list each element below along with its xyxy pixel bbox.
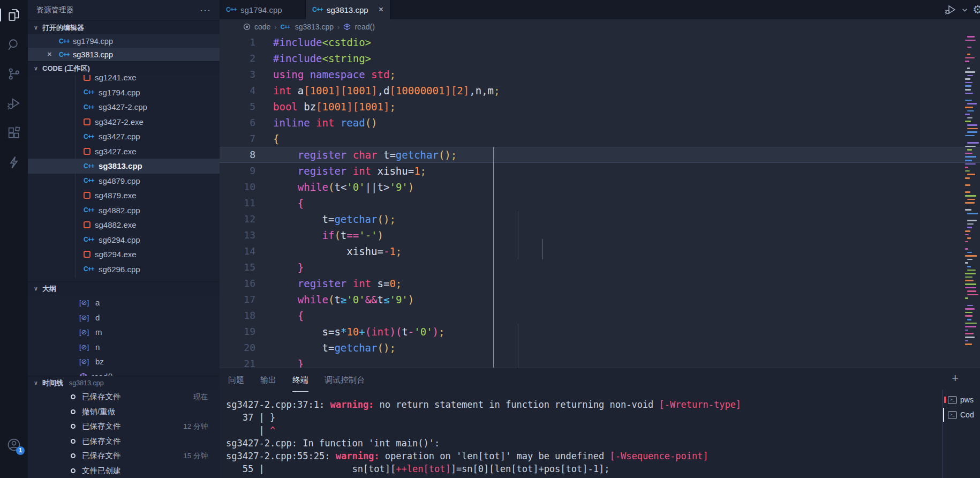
exe-file-icon (84, 75, 91, 81)
source-control-icon[interactable] (6, 66, 21, 81)
code-line: 20 t=getchar(); (220, 340, 980, 356)
code-line: 1#include<cstdio> (220, 34, 980, 50)
panel-tab-问题[interactable]: 问题 (228, 368, 244, 392)
section-workspace[interactable]: ∨ CODE (工作区) (28, 61, 220, 75)
more-actions-icon[interactable]: ··· (200, 8, 211, 13)
file-name: sg3427-2.exe (95, 117, 144, 126)
field-icon: [⊘] (79, 328, 91, 336)
new-terminal-plus-icon[interactable]: + (952, 371, 959, 385)
terminal-output[interactable]: sg3427-2.cpp:37:1: warning: no return st… (220, 392, 980, 475)
file-tree-item[interactable]: sg1241.exe (28, 75, 220, 85)
timeline-item[interactable]: 撤销/重做 (28, 405, 220, 420)
file-tree-item[interactable]: sg6294.exe (28, 247, 220, 262)
minimap-line (965, 202, 975, 204)
tab-sg3813[interactable]: C++ sg3813.cpp × (306, 0, 390, 19)
terminal-error-badge (944, 397, 946, 403)
file-tree-item[interactable]: C++sg1794.cpp (28, 85, 220, 100)
line-number[interactable]: 6 (220, 115, 273, 131)
line-number[interactable]: 17 (220, 292, 273, 308)
search-icon[interactable] (6, 37, 21, 52)
minimap-line (967, 174, 975, 175)
line-number[interactable]: 20 (220, 340, 273, 356)
breadcrumb-item-symbol[interactable]: read() (355, 23, 374, 31)
line-number[interactable]: 19 (220, 324, 273, 340)
minimap-line (967, 128, 978, 130)
outline-item[interactable]: [⊘]bz (28, 354, 220, 369)
line-number[interactable]: 12 (220, 211, 273, 227)
symbol-name: m (95, 327, 102, 337)
panel-tab-输出[interactable]: 输出 (260, 368, 276, 392)
extensions-icon[interactable] (6, 125, 21, 140)
minimap[interactable] (965, 36, 979, 357)
line-number[interactable]: 3 (220, 66, 273, 83)
chevron-down-icon: ∨ (32, 21, 40, 35)
line-number[interactable]: 18 (220, 308, 273, 324)
gear-icon[interactable]: ⚙ (973, 3, 980, 16)
line-number[interactable]: 9 (220, 163, 273, 179)
dropdown-chevron-icon[interactable] (961, 6, 968, 13)
section-timeline[interactable]: ∨ 时间线 sg3813.cpp (28, 376, 220, 390)
panel-tab-调试控制台[interactable]: 调试控制台 (325, 368, 365, 392)
run-debug-icon[interactable] (6, 96, 21, 111)
timeline-item[interactable]: 已保存文件15 分钟 (28, 449, 220, 464)
line-number[interactable]: 10 (220, 179, 273, 195)
line-number[interactable]: 4 (220, 83, 273, 99)
file-tree-item[interactable]: C++sg6294.cpp (28, 233, 220, 248)
file-tree-item[interactable]: C++sg6296.cpp (28, 262, 220, 277)
outline-item[interactable]: [⊘]m (28, 325, 220, 340)
code-line-text: int a[1001][1001],d[10000001][2],n,m; (273, 83, 500, 99)
section-open-editors[interactable]: ∨ 打开的编辑器 (28, 20, 220, 34)
section-outline[interactable]: ∨ 大纲 (28, 281, 220, 295)
line-number[interactable]: 1 (220, 34, 273, 50)
minimap-line (965, 93, 973, 94)
line-number[interactable]: 8 (220, 147, 273, 163)
line-number[interactable]: 14 (220, 243, 273, 259)
file-tree-item[interactable]: C++sg4882.cpp (28, 203, 220, 218)
file-tree-item[interactable]: sg4879.exe (28, 188, 220, 203)
debug-run-icon[interactable] (944, 3, 957, 16)
close-icon[interactable]: × (47, 49, 52, 58)
cpp-file-icon: C++ (84, 133, 94, 140)
panel-tab-终端[interactable]: 终端 (292, 368, 308, 392)
explorer-icon[interactable] (6, 8, 21, 23)
outline-item[interactable]: [⊘]d (28, 310, 220, 325)
breadcrumb-item-folder[interactable]: code (254, 23, 270, 31)
breadcrumb-item-file[interactable]: sg3813.cpp (295, 23, 334, 31)
line-number[interactable]: 15 (220, 259, 273, 275)
code-line-text: #include<string> (273, 50, 371, 66)
minimap-line (967, 227, 972, 228)
file-tree-item[interactable]: C++sg3427-2.cpp (28, 100, 220, 115)
terminal-icon: >_ (948, 411, 957, 419)
outline-item[interactable]: [⊘]n (28, 340, 220, 355)
line-number[interactable]: 7 (220, 131, 273, 147)
timeline-item[interactable]: 已保存文件现在 (28, 390, 220, 405)
line-number[interactable]: 21 (220, 356, 273, 368)
timeline-item[interactable]: 文件已创建 (28, 464, 220, 478)
outline-item[interactable]: [⊘]a (28, 295, 220, 310)
tools-icon[interactable] (6, 155, 21, 170)
file-tree-item[interactable]: sg3427-2.exe (28, 115, 220, 130)
line-number[interactable]: 13 (220, 227, 273, 243)
terminal-list-item[interactable]: >_ pws (943, 392, 980, 407)
file-tree-item[interactable]: C++sg3813.cpp (28, 159, 220, 174)
line-number[interactable]: 2 (220, 50, 273, 66)
field-icon: [⊘] (79, 298, 91, 307)
account-icon[interactable]: 1 (6, 437, 21, 452)
line-number[interactable]: 5 (220, 99, 273, 115)
line-number[interactable]: 16 (220, 275, 273, 292)
timeline-item[interactable]: 已保存文件12 分钟 (28, 419, 220, 434)
open-editor-item[interactable]: C++sg1794.cpp (28, 34, 220, 48)
timeline-item[interactable]: 已保存文件 (28, 434, 220, 449)
code-line: 3using namespace std; (220, 66, 980, 83)
outline-item[interactable]: read() (28, 369, 220, 376)
file-tree-item[interactable]: C++sg4879.cpp (28, 174, 220, 189)
file-tree-item[interactable]: sg3427.exe (28, 144, 220, 159)
code-editor[interactable]: 1#include<cstdio>2#include<string>3using… (220, 34, 980, 368)
line-number[interactable]: 11 (220, 195, 273, 211)
open-editor-item[interactable]: ×C++sg3813.cpp (28, 48, 220, 61)
tab-sg1794[interactable]: C++ sg1794.cpp (220, 0, 306, 19)
terminal-list-item[interactable]: >_ Cod (943, 407, 980, 422)
file-tree-item[interactable]: C++sg3427.cpp (28, 129, 220, 144)
close-icon[interactable]: × (379, 5, 383, 14)
file-tree-item[interactable]: sg4882.exe (28, 218, 220, 233)
